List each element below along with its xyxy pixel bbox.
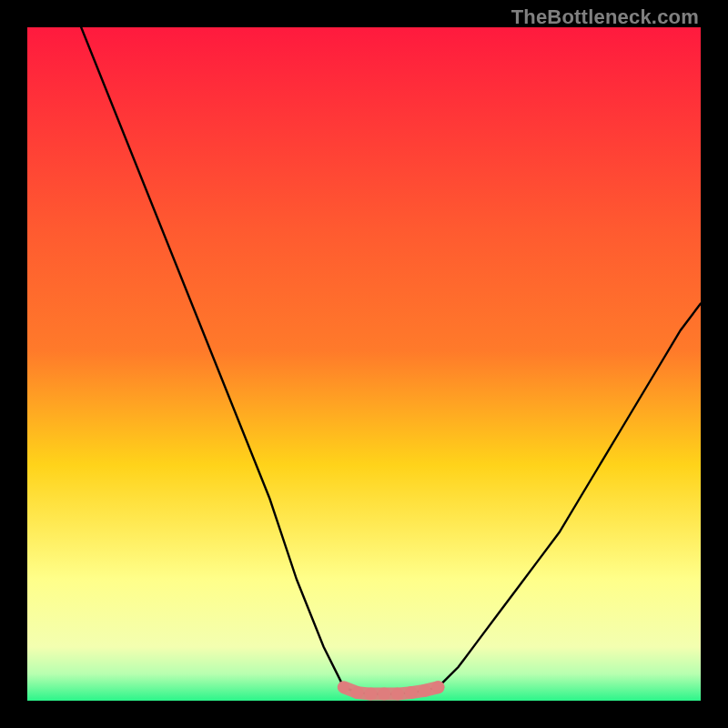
highlight-dot (419, 684, 431, 697)
highlight-dot (339, 682, 349, 693)
plot-area (27, 27, 701, 701)
highlight-dot (364, 688, 377, 701)
highlight-dot (405, 686, 418, 699)
highlight-dot (351, 686, 364, 699)
highlight-dot (391, 688, 404, 701)
highlight-dot (431, 681, 444, 693)
gradient-background (27, 27, 701, 701)
watermark-text: TheBottleneck.com (511, 5, 699, 29)
chart-frame: TheBottleneck.com (0, 0, 728, 728)
chart-svg (27, 27, 701, 701)
highlight-dot (378, 688, 390, 701)
